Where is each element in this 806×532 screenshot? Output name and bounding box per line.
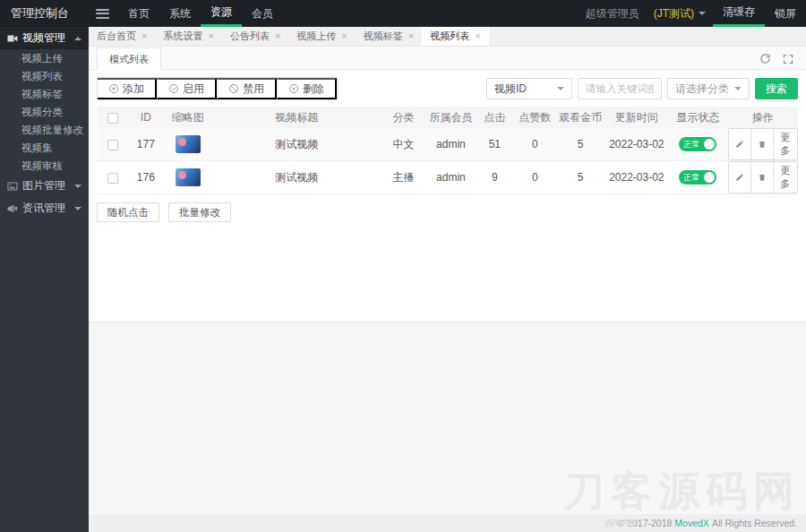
- chevron-down-icon: [734, 87, 742, 90]
- fullscreen-icon[interactable]: [783, 54, 793, 64]
- app-title: 管理控制台: [0, 5, 89, 21]
- content-panel: 添加 启用 禁用 删除 视频ID: [89, 70, 806, 322]
- select-all-checkbox[interactable]: [107, 113, 118, 124]
- search-area: 视频ID 请选择分类 搜索: [486, 78, 798, 99]
- nav-system[interactable]: 系统: [159, 0, 201, 27]
- tab-system-settings[interactable]: 系统设置×: [155, 27, 221, 46]
- ban-circle-icon: [228, 83, 239, 94]
- close-icon[interactable]: ×: [408, 31, 414, 41]
- news-icon: [7, 204, 18, 213]
- disable-button[interactable]: 禁用: [217, 78, 277, 99]
- delete-button[interactable]: 删除: [277, 78, 337, 99]
- footer: © 2017-2018 MovedX All Rights Reserved.: [89, 514, 806, 532]
- tab-video-list[interactable]: 视频列表×: [422, 27, 488, 46]
- nav-members[interactable]: 会员: [242, 0, 283, 27]
- search-field-select[interactable]: 视频ID: [486, 78, 572, 99]
- status-toggle[interactable]: 正常: [679, 170, 716, 184]
- version-dropdown[interactable]: (JT测试): [647, 6, 713, 21]
- chevron-down-icon: [699, 12, 706, 15]
- nav-resources[interactable]: 资源: [201, 0, 242, 27]
- sidebar-item-video-upload[interactable]: 视频上传: [0, 49, 89, 67]
- image-icon: [7, 182, 18, 191]
- row-checkbox[interactable]: [107, 173, 118, 184]
- more-button[interactable]: 更多: [773, 162, 797, 193]
- sidebar-item-video-batch-edit[interactable]: 视频批量修改: [0, 121, 89, 139]
- cell-category: 中文: [381, 128, 426, 161]
- tab-announcement-list[interactable]: 公告列表×: [222, 27, 288, 46]
- sidebar-item-video-list[interactable]: 视频列表: [0, 67, 89, 85]
- topbar-right: 超级管理员 (JT测试) 清缓存 锁屏: [579, 0, 806, 27]
- more-button[interactable]: 更多: [773, 129, 797, 159]
- top-nav: 首页 系统 资源 会员: [118, 0, 283, 27]
- toolbar: 添加 启用 禁用 删除 视频ID: [97, 77, 798, 100]
- pencil-icon: [735, 173, 744, 182]
- sidebar-group-label: 资讯管理: [22, 201, 65, 216]
- cell-likes: 0: [514, 161, 556, 194]
- chevron-down-icon: [74, 184, 81, 188]
- bottom-button-row: 随机点击 批量修改: [97, 202, 798, 222]
- clear-cache-button[interactable]: 清缓存: [713, 0, 765, 27]
- col-header-title: 视频标题: [212, 107, 381, 128]
- sidebar-item-video-categories[interactable]: 视频分类: [0, 103, 89, 121]
- table-row: 176 测试视频 主播 admin 9 0 5 2022-03-02 正常: [97, 161, 798, 194]
- check-circle-icon: [168, 83, 179, 94]
- tab-dashboard[interactable]: 后台首页×: [89, 27, 155, 46]
- sidebar-group-news[interactable]: 资讯管理: [0, 197, 89, 219]
- sidebar-item-video-collection[interactable]: 视频集: [0, 139, 89, 157]
- sidebar-group-images[interactable]: 图片管理: [0, 175, 89, 197]
- keyword-input[interactable]: [578, 78, 662, 99]
- video-thumbnail: [176, 135, 201, 153]
- close-circle-icon: [288, 83, 299, 94]
- cell-coins: 5: [556, 161, 605, 194]
- cell-clicks: 9: [476, 161, 514, 194]
- row-actions: 更多: [728, 161, 798, 193]
- sidebar-group-video[interactable]: 视频管理: [0, 27, 89, 49]
- col-header-id: ID: [128, 107, 163, 128]
- delete-row-button[interactable]: [750, 162, 773, 193]
- sidebar-group-label: 图片管理: [22, 178, 65, 193]
- close-icon[interactable]: ×: [275, 31, 280, 41]
- edit-button[interactable]: [729, 129, 750, 159]
- cell-title: 测试视频: [212, 128, 381, 161]
- search-button[interactable]: 搜索: [755, 78, 798, 99]
- trash-icon: [758, 140, 767, 149]
- username-label: 超级管理员: [579, 6, 647, 21]
- col-header-member: 所属会员: [426, 107, 476, 128]
- status-toggle[interactable]: 正常: [679, 137, 716, 151]
- sidebar-group-label: 视频管理: [22, 30, 65, 46]
- add-button[interactable]: 添加: [98, 78, 157, 99]
- col-header-category: 分类: [381, 107, 426, 128]
- video-table: ID 缩略图 视频标题 分类 所属会员 点击 点赞数 观看金币 更新时间 显示状…: [97, 107, 798, 194]
- brand-link[interactable]: MovedX: [674, 518, 709, 528]
- close-icon[interactable]: ×: [208, 31, 213, 41]
- edit-button[interactable]: [729, 162, 750, 193]
- close-icon[interactable]: ×: [141, 31, 147, 41]
- category-select[interactable]: 请选择分类: [667, 78, 750, 99]
- subtab-mode-list[interactable]: 模式列表: [97, 47, 161, 70]
- subtab-bar: 模式列表: [89, 47, 806, 70]
- video-icon: [7, 34, 18, 43]
- cell-member: admin: [426, 161, 476, 194]
- sidebar: 视频管理 视频上传 视频列表 视频标签 视频分类 视频批量修改 视频集 视频审核…: [0, 27, 89, 532]
- rights-text: All Rights Reserved.: [712, 518, 797, 528]
- nav-home[interactable]: 首页: [118, 0, 159, 27]
- sidebar-item-video-tags[interactable]: 视频标签: [0, 85, 89, 103]
- close-icon[interactable]: ×: [341, 31, 347, 41]
- tab-bar: 后台首页× 系统设置× 公告列表× 视频上传× 视频标签× 视频列表×: [89, 27, 806, 47]
- batch-modify-button[interactable]: 批量修改: [168, 202, 231, 222]
- cell-category: 主播: [381, 161, 426, 194]
- sidebar-item-video-review[interactable]: 视频审核: [0, 157, 89, 175]
- tab-video-upload[interactable]: 视频上传×: [288, 27, 355, 46]
- version-label: (JT测试): [654, 6, 694, 21]
- row-checkbox[interactable]: [107, 140, 118, 150]
- sidebar-toggle-icon[interactable]: [96, 9, 109, 19]
- enable-button[interactable]: 启用: [157, 78, 217, 99]
- refresh-icon[interactable]: [759, 53, 771, 64]
- tab-video-tags[interactable]: 视频标签×: [356, 27, 422, 46]
- copyright-text: © 2017-2018: [617, 518, 672, 528]
- table-header-row: ID 缩略图 视频标题 分类 所属会员 点击 点赞数 观看金币 更新时间 显示状…: [97, 107, 798, 128]
- lock-screen-button[interactable]: 锁屏: [765, 0, 806, 27]
- close-icon[interactable]: ×: [475, 31, 480, 41]
- random-clicks-button[interactable]: 随机点击: [97, 202, 159, 222]
- delete-row-button[interactable]: [750, 129, 773, 159]
